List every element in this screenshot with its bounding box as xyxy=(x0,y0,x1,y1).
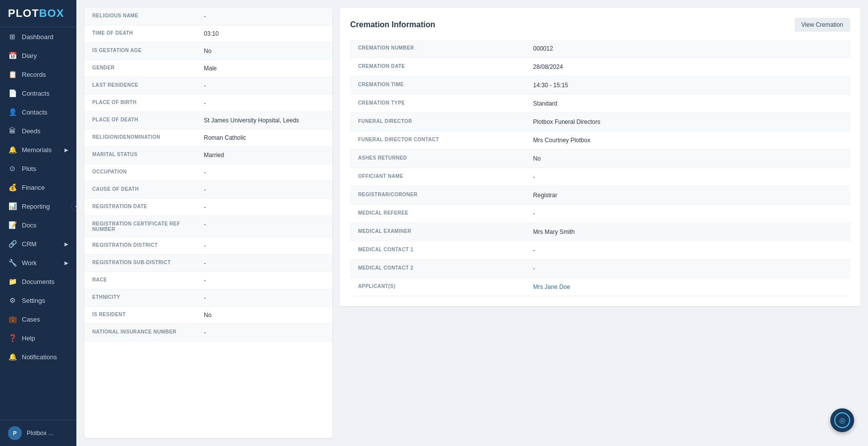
main-content: RELIGIOUS NAME - TIME OF DEATH 03:10 IS … xyxy=(76,0,868,446)
view-cremation-button[interactable]: View Cremation xyxy=(795,18,850,32)
field-value-cell: Registrar xyxy=(525,186,850,205)
sidebar-item-dashboard[interactable]: ⊞ Dashboard xyxy=(0,27,76,46)
field-value-cell: Mrs Jane Doe xyxy=(525,278,850,296)
field-value: - xyxy=(196,237,332,255)
sidebar-item-settings[interactable]: ⚙ Settings xyxy=(0,291,76,310)
field-label: REGISTRATION CERTIFICATE REF NUMBER xyxy=(84,216,196,237)
work-icon: 🔧 xyxy=(8,258,17,267)
cremation-card-header: Cremation Information View Cremation xyxy=(350,18,850,32)
table-row: MARITAL STATUS Married xyxy=(84,147,332,164)
field-label: REGISTRATION DATE xyxy=(84,199,196,216)
sidebar-item-help[interactable]: ❓ Help xyxy=(0,329,76,347)
sidebar-item-contacts[interactable]: 👤 Contacts xyxy=(0,103,76,121)
table-row: CREMATION NUMBER 000012 xyxy=(350,40,850,58)
sidebar-item-deeds[interactable]: 🏛 Deeds xyxy=(0,121,76,140)
field-value: No xyxy=(196,43,332,60)
finance-icon: 💰 xyxy=(8,183,17,192)
field-label: REGISTRAR/CORONER xyxy=(350,186,525,205)
field-value: No xyxy=(533,155,541,162)
chevron-right-icon: ▶ xyxy=(64,260,68,266)
field-label: FUNERAL DIRECTOR xyxy=(350,113,525,131)
sidebar-item-label: Contacts xyxy=(22,109,47,116)
table-row: CAUSE OF DEATH - xyxy=(84,181,332,199)
cremation-card: Cremation Information View Cremation CRE… xyxy=(340,8,860,306)
table-row: MEDICAL CONTACT 1 - xyxy=(350,241,850,260)
field-label: FUNERAL DIRECTOR CONTACT xyxy=(350,131,525,150)
fab-button[interactable]: ◎ xyxy=(830,408,854,432)
field-value: - xyxy=(196,95,332,112)
field-label: MARITAL STATUS xyxy=(84,147,196,164)
reporting-collapse-btn[interactable]: ◀ xyxy=(71,201,76,211)
table-row: RELIGIOUS NAME - xyxy=(84,8,332,25)
sidebar-item-reporting[interactable]: 📊 Reporting ◀ xyxy=(0,197,76,216)
field-label: MEDICAL EXAMINER xyxy=(350,223,525,241)
settings-icon: ⚙ xyxy=(8,296,17,305)
diary-icon: 📅 xyxy=(8,51,17,60)
field-value: 28/08/2024 xyxy=(533,63,563,70)
field-value: - xyxy=(196,324,332,341)
sidebar-item-records[interactable]: 📋 Records xyxy=(0,65,76,84)
table-row: FUNERAL DIRECTOR Plotbox Funeral Directo… xyxy=(350,113,850,131)
sidebar-item-label: Settings xyxy=(22,297,45,304)
table-row: NATIONAL INSURANCE NUMBER - xyxy=(84,324,332,341)
logo-plot: PLOT xyxy=(8,7,39,20)
sidebar-item-cases[interactable]: 💼 Cases xyxy=(0,310,76,329)
field-value: 14:30 - 15:15 xyxy=(533,82,568,89)
field-value: - xyxy=(196,289,332,307)
table-row: CREMATION TIME 14:30 - 15:15 xyxy=(350,76,850,95)
field-label: PLACE OF DEATH xyxy=(84,112,196,129)
field-value: Registrar xyxy=(533,192,558,199)
field-label: CREMATION TIME xyxy=(350,76,525,95)
field-label: RELIGION/DENOMINATION xyxy=(84,129,196,147)
sidebar-item-documents[interactable]: 📁 Documents xyxy=(0,272,76,291)
sidebar-item-label: Notifications xyxy=(22,353,57,361)
info-table: RELIGIOUS NAME - TIME OF DEATH 03:10 IS … xyxy=(84,8,332,341)
table-row: CREMATION TYPE Standard xyxy=(350,95,850,113)
table-row: REGISTRATION CERTIFICATE REF NUMBER - xyxy=(84,216,332,237)
field-value-cell: 14:30 - 15:15 xyxy=(525,76,850,95)
field-value: Mrs Courtney Plotbox xyxy=(533,137,590,144)
user-profile[interactable]: P Plotbox ... xyxy=(0,420,76,446)
sidebar-item-label: Finance xyxy=(22,184,45,191)
field-label: MEDICAL REFEREE xyxy=(350,205,525,223)
sidebar-item-label: Deeds xyxy=(22,127,41,135)
field-label: IS GESTATION AGE xyxy=(84,43,196,60)
help-icon: ❓ xyxy=(8,334,17,342)
field-value: Male xyxy=(196,60,332,77)
documents-icon: 📁 xyxy=(8,277,17,286)
sidebar-item-contracts[interactable]: 📄 Contracts xyxy=(0,84,76,103)
field-value-cell: Plotbox Funeral Directors xyxy=(525,113,850,131)
sidebar-item-notifications[interactable]: 🔔 Notifications xyxy=(0,347,76,366)
field-label: REGISTRATION DISTRICT xyxy=(84,237,196,255)
logo-box: BOX xyxy=(39,7,64,20)
field-value: - xyxy=(196,255,332,272)
table-row: MEDICAL CONTACT 2 - xyxy=(350,260,850,278)
table-row: LAST RESIDENCE - xyxy=(84,77,332,95)
field-value: - xyxy=(196,77,332,95)
field-value-cell: No xyxy=(525,150,850,168)
sidebar-item-plots[interactable]: ⊙ Plots xyxy=(0,159,76,178)
field-value: - xyxy=(196,8,332,25)
field-label: ETHNICITY xyxy=(84,289,196,307)
table-row: RELIGION/DENOMINATION Roman Catholic xyxy=(84,129,332,147)
field-label: CAUSE OF DEATH xyxy=(84,181,196,199)
sidebar-item-label: Records xyxy=(22,71,46,78)
sidebar-item-label: Dashboard xyxy=(22,33,54,41)
field-label: MEDICAL CONTACT 2 xyxy=(350,260,525,278)
sidebar-item-crm[interactable]: 🔗 CRM ▶ xyxy=(0,234,76,253)
field-value: - xyxy=(196,164,332,181)
applicant-link[interactable]: Mrs Jane Doe xyxy=(533,283,570,290)
sidebar-item-memorials[interactable]: 🔔 Memorials ▶ xyxy=(0,140,76,159)
chevron-right-icon: ▶ xyxy=(64,147,68,153)
field-value: - xyxy=(533,265,535,272)
sidebar-item-work[interactable]: 🔧 Work ▶ xyxy=(0,253,76,272)
field-label: CREMATION TYPE xyxy=(350,95,525,113)
table-row: CREMATION DATE 28/08/2024 xyxy=(350,58,850,76)
sidebar-item-docs[interactable]: 📝 Docs xyxy=(0,216,76,234)
field-value: - xyxy=(196,272,332,289)
sidebar-item-diary[interactable]: 📅 Diary xyxy=(0,46,76,65)
field-value-cell: - xyxy=(525,241,850,260)
sidebar-item-finance[interactable]: 💰 Finance xyxy=(0,178,76,197)
sidebar-item-label: Contracts xyxy=(22,90,50,97)
table-row: MEDICAL REFEREE - xyxy=(350,205,850,223)
